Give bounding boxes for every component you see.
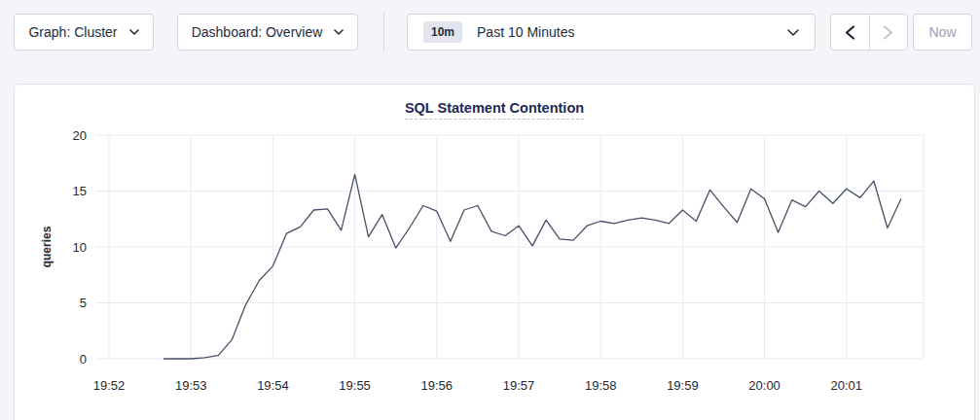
y-axis-tick-label: 10	[73, 240, 87, 255]
dashboard-dropdown-label: Dashboard: Overview	[192, 24, 323, 40]
x-axis-tick-label: 19:52	[93, 378, 126, 393]
chevron-left-icon	[845, 25, 855, 40]
time-step-buttons	[830, 14, 908, 51]
time-range-picker[interactable]: 10m Past 10 Minutes	[407, 14, 816, 51]
y-axis-tick-label: 15	[73, 184, 87, 198]
chevron-right-icon	[883, 25, 893, 40]
series-line	[163, 174, 901, 359]
x-axis-tick-label: 19:54	[257, 378, 289, 393]
chevron-down-icon	[129, 29, 139, 35]
y-axis-tick-label: 20	[73, 128, 87, 143]
x-axis-tick-label: 20:00	[748, 378, 780, 393]
now-button[interactable]: Now	[913, 14, 972, 51]
line-chart: 0510152019:5219:5319:5419:5519:5619:5719…	[15, 85, 974, 420]
toolbar-divider	[383, 12, 384, 52]
prev-time-button[interactable]	[831, 15, 869, 50]
graph-dropdown-label: Graph: Cluster	[28, 24, 117, 40]
x-axis-tick-label: 19:57	[503, 378, 535, 393]
chevron-down-icon	[787, 29, 799, 36]
graph-dropdown[interactable]: Graph: Cluster	[14, 14, 154, 51]
x-axis-tick-label: 19:53	[175, 378, 207, 393]
y-axis-tick-label: 5	[80, 296, 87, 310]
next-time-button[interactable]	[869, 15, 908, 50]
toolbar: Graph: Cluster Dashboard: Overview 10m P…	[0, 0, 980, 64]
x-axis-tick-label: 19:55	[339, 378, 371, 393]
y-axis-tick-label: 0	[80, 352, 87, 367]
dashboard-dropdown[interactable]: Dashboard: Overview	[177, 14, 358, 51]
chevron-down-icon	[334, 29, 344, 35]
x-axis-tick-label: 19:58	[585, 378, 617, 393]
x-axis-tick-label: 19:56	[421, 378, 454, 393]
y-axis-title: queries	[40, 226, 54, 267]
time-range-label: Past 10 Minutes	[477, 24, 574, 40]
time-range-badge: 10m	[423, 21, 462, 43]
x-axis-tick-label: 19:59	[667, 378, 699, 393]
x-axis-tick-label: 20:01	[831, 378, 863, 393]
chart-card: SQL Statement Contention 0510152019:5219…	[14, 84, 975, 420]
